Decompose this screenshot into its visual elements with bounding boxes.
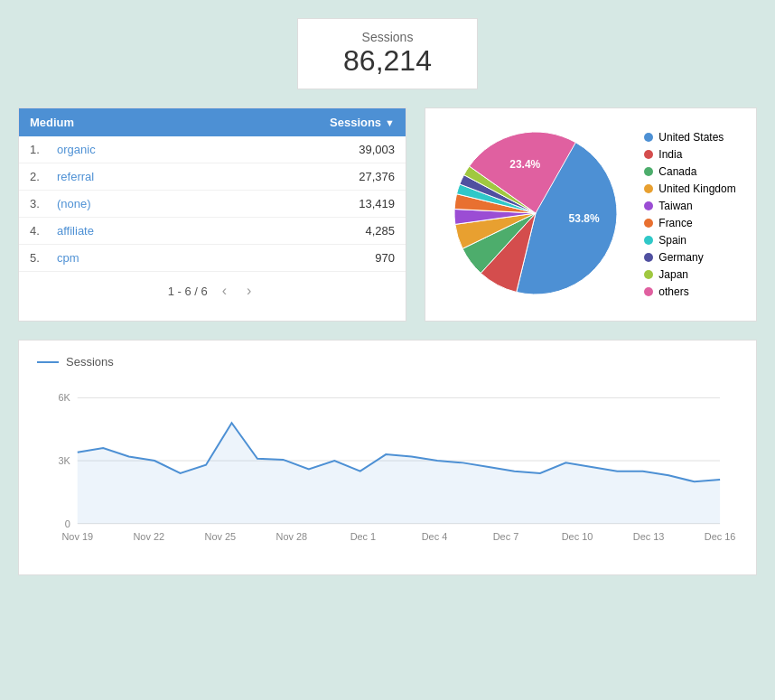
pie-label-others: 23.4% (510, 158, 541, 171)
chart-area: 03K6KNov 19Nov 22Nov 25Nov 28Dec 1Dec 4D… (37, 379, 738, 560)
legend-label: Germany (658, 251, 703, 264)
legend-label: United States (658, 131, 724, 144)
row-sessions: 13,419 (304, 197, 395, 210)
legend-label: United Kingdom (658, 182, 735, 195)
legend-item: Canada (644, 165, 735, 178)
prev-page-button[interactable]: ‹ (217, 281, 232, 301)
legend-dot (644, 184, 653, 193)
legend-label: Canada (658, 165, 696, 178)
line-chart-container: Sessions 03K6KNov 19Nov 22Nov 25Nov 28De… (18, 340, 757, 575)
row-num: 1. (30, 143, 57, 156)
chart-y-label: 0 (65, 518, 70, 529)
top-section: Medium Sessions ▼ 1. organic 39,003 2. r… (18, 107, 757, 322)
col-sessions-header: Sessions ▼ (304, 116, 395, 129)
row-num: 3. (30, 197, 57, 210)
row-medium[interactable]: cpm (57, 251, 304, 265)
legend-item: Spain (644, 234, 735, 247)
legend-dot (644, 219, 653, 228)
legend-item: United Kingdom (644, 182, 735, 195)
row-num: 2. (30, 170, 57, 183)
legend-label: Taiwan (658, 200, 692, 212)
chart-y-label: 6K (58, 392, 70, 403)
table-row: 3. (none) 13,419 (19, 191, 406, 218)
medium-sessions-table: Medium Sessions ▼ 1. organic 39,003 2. r… (18, 107, 406, 322)
next-page-button[interactable]: › (241, 281, 257, 301)
col-medium-header: Medium (30, 116, 304, 129)
chart-x-label: Dec 1 (350, 531, 377, 542)
chart-x-label: Dec 16 (705, 531, 736, 542)
table-rows: 1. organic 39,003 2. referral 27,376 3. … (19, 136, 406, 272)
legend-dot (644, 270, 653, 279)
pagination: 1 - 6 / 6 ‹ › (19, 272, 406, 304)
chart-x-label: Nov 25 (205, 531, 237, 542)
legend-label: Japan (658, 268, 688, 281)
row-num: 4. (30, 224, 57, 238)
chart-x-label: Nov 28 (276, 531, 308, 542)
chart-x-label: Nov 19 (61, 531, 93, 542)
row-medium[interactable]: organic (57, 143, 304, 156)
table-row: 4. affiliate 4,285 (19, 218, 406, 245)
pie-chart: 53.8%23.4% (445, 123, 626, 306)
row-medium[interactable]: affiliate (57, 224, 304, 238)
legend-dot (644, 133, 653, 142)
row-medium[interactable]: referral (57, 170, 304, 183)
legend-item: others (644, 285, 735, 298)
table-header: Medium Sessions ▼ (19, 108, 406, 136)
table-row: 1. organic 39,003 (19, 136, 406, 163)
row-sessions: 39,003 (304, 143, 395, 156)
legend-item: United States (644, 131, 735, 144)
table-row: 2. referral 27,376 (19, 163, 406, 191)
chart-y-label: 3K (58, 455, 70, 466)
legend-dot (644, 287, 653, 296)
chart-line-indicator (37, 361, 59, 363)
legend-item: Taiwan (644, 200, 735, 212)
line-chart-svg: 03K6KNov 19Nov 22Nov 25Nov 28Dec 1Dec 4D… (37, 379, 738, 560)
chart-title-label: Sessions (66, 355, 114, 369)
sessions-value: 86,214 (316, 44, 459, 78)
row-num: 5. (30, 251, 57, 265)
chart-x-label: Nov 22 (133, 531, 164, 542)
pie-legend: United States India Canada United Kingdo… (644, 131, 735, 298)
row-medium[interactable]: (none) (57, 197, 304, 210)
legend-item: France (644, 217, 735, 229)
row-sessions: 27,376 (304, 170, 395, 183)
sessions-header-box: Sessions 86,214 (297, 18, 478, 89)
pie-chart-container: 53.8%23.4% United States India Canada Un… (425, 107, 757, 322)
chart-x-label: Dec 10 (562, 531, 593, 542)
legend-label: Spain (658, 234, 686, 247)
chart-x-label: Dec 4 (422, 531, 448, 542)
legend-item: Germany (644, 251, 735, 264)
legend-dot (644, 167, 653, 176)
row-sessions: 970 (304, 251, 395, 265)
legend-dot (644, 150, 653, 159)
legend-dot (644, 253, 653, 262)
legend-item: India (644, 148, 735, 161)
legend-label: others (658, 285, 688, 298)
chart-title-area: Sessions (37, 355, 738, 369)
legend-dot (644, 236, 653, 245)
legend-item: Japan (644, 268, 735, 281)
pie-label-united-states: 53.8% (569, 212, 600, 225)
legend-dot (644, 201, 653, 210)
chart-x-label: Dec 13 (633, 531, 665, 542)
legend-label: India (658, 148, 682, 161)
pie-chart-svg: 53.8%23.4% (445, 123, 626, 303)
sort-arrow-icon: ▼ (385, 117, 395, 128)
table-row: 5. cpm 970 (19, 245, 406, 272)
chart-x-label: Dec 7 (493, 531, 519, 542)
sessions-label: Sessions (316, 30, 459, 44)
row-sessions: 4,285 (304, 224, 395, 238)
line-chart-area (78, 423, 720, 523)
pagination-info: 1 - 6 / 6 (168, 285, 208, 298)
legend-label: France (658, 217, 692, 229)
